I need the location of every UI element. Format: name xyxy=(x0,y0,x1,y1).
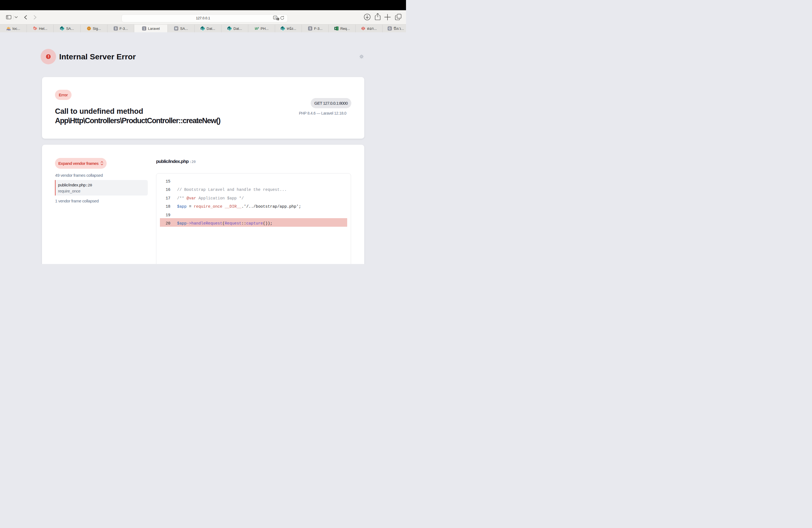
svg-text:3: 3 xyxy=(258,27,259,29)
svg-text:s: s xyxy=(281,27,282,30)
svg-text:A: A xyxy=(274,16,276,19)
svg-text:x: x xyxy=(277,18,278,20)
svg-text:s: s xyxy=(228,27,229,30)
svg-text:s: s xyxy=(201,27,202,30)
svg-text:s: s xyxy=(61,27,62,30)
svg-text:S: S xyxy=(309,27,311,30)
svg-text:G: G xyxy=(389,27,391,30)
svg-text:X: X xyxy=(335,27,337,30)
svg-text:PMA: PMA xyxy=(6,29,11,31)
svg-text:M: M xyxy=(175,27,177,30)
svg-text:S: S xyxy=(115,27,117,30)
svg-text:1: 1 xyxy=(143,27,145,30)
